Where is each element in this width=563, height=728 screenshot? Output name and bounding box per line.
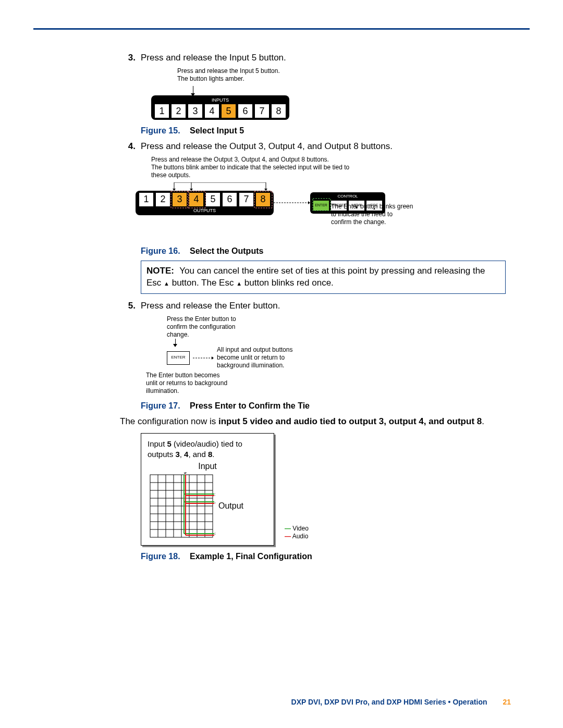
input-button-6[interactable]: 6: [238, 104, 253, 118]
svg-text:5: 5: [183, 472, 186, 475]
dashed-leader: [274, 200, 310, 205]
input-button-5[interactable]: 5: [221, 104, 236, 118]
input-button-2[interactable]: 2: [171, 104, 186, 118]
enter-button-standalone[interactable]: ENTER: [167, 351, 190, 365]
figure-17-group: Press the Enter button to confirm the co…: [167, 315, 506, 395]
inputs-panel: INPUTS 1 2 3 4 5 6 7 8: [151, 95, 289, 120]
page-top-rule: [33, 28, 530, 30]
legend: — Video — Audio: [285, 525, 309, 540]
step-4: 4. Press and release the Output 3, Outpu…: [120, 141, 506, 153]
input-axis-label: Input: [148, 461, 267, 472]
note-text-b: button. The Esc: [169, 278, 236, 288]
tie-grid: 5 3 4 8: [148, 472, 215, 540]
page-content: 3. Press and release the Input 5 button.…: [120, 52, 506, 566]
step-3-num: 3.: [120, 52, 136, 64]
config-summary: The configuration now is input 5 video a…: [120, 416, 506, 428]
step-4-num: 4.: [120, 141, 136, 153]
step-3-text: Press and release the Input 5 button.: [141, 52, 506, 64]
svg-rect-12: [313, 199, 331, 211]
fig18-title: Example 1, Final Configuration: [190, 552, 312, 561]
fig16-num: Figure 16.: [141, 246, 180, 255]
svg-rect-7: [171, 191, 189, 208]
output-button-2[interactable]: 2: [155, 192, 170, 207]
input-button-4[interactable]: 4: [204, 104, 219, 118]
figure-15-label: Figure 15. Select Input 5: [141, 125, 506, 137]
figure-16-group: Press and release the Output 3, Output 4…: [151, 156, 506, 215]
matrix-diagram-box: Input 5 (video/audio) tied to outputs 3,…: [141, 433, 274, 546]
page-footer: DXP DVI, DXP DVI Pro, and DXP HDMI Serie…: [291, 698, 511, 706]
figure-16-label: Figure 16. Select the Outputs: [141, 245, 506, 257]
blink-marker-4: [187, 190, 207, 210]
step-5-caption-top: Press the Enter button to confirm the co…: [167, 315, 240, 339]
note-box: NOTE: You can cancel the entire set of t…: [141, 261, 506, 294]
output-button-5[interactable]: 5: [205, 192, 221, 207]
figure-15-group: Press and release the Input 5 button. Th…: [177, 67, 506, 120]
step-3-caption: Press and release the Input 5 button. Th…: [177, 67, 506, 83]
figure-18-label: Figure 18. Example 1, Final Configuratio…: [141, 551, 506, 562]
step-5: 5. Press and release the Enter button.: [120, 300, 506, 312]
outputs-panel: 1 2 3 4 5 6 7 8 OUTPUTS: [136, 191, 274, 215]
summary-post: .: [482, 416, 484, 426]
fig18-num: Figure 18.: [141, 552, 180, 561]
step-5-caption-bottom: The Enter button becomes unlit or return…: [146, 372, 229, 395]
svg-text:8: 8: [215, 531, 215, 536]
fig17-num: Figure 17.: [141, 401, 180, 410]
dashed-leader-2: [193, 356, 214, 360]
fig15-title: Select Input 5: [190, 126, 244, 135]
blink-marker-8: [253, 190, 274, 210]
svg-rect-8: [188, 191, 205, 208]
step-4-caption: Press and release the Output 3, Output 4…: [151, 156, 360, 179]
fig16-title: Select the Outputs: [190, 246, 263, 255]
enter-blink-note: The Enter button blinks green to indicat…: [331, 203, 414, 226]
page-number: 21: [503, 698, 511, 706]
note-label: NOTE:: [146, 266, 174, 276]
summary-bold: input 5 video and audio tied to output 3…: [218, 416, 482, 426]
fig15-num: Figure 15.: [141, 126, 180, 135]
step-4-text: Press and release the Output 3, Output 4…: [141, 141, 506, 153]
legend-video: Video: [292, 525, 308, 532]
output-axis-label: Output: [218, 500, 243, 512]
legend-audio: Audio: [292, 533, 309, 540]
step-3: 3. Press and release the Input 5 button.: [120, 52, 506, 64]
audio-swatch-icon: —: [285, 533, 291, 540]
figure-18-group: Input 5 (video/audio) tied to outputs 3,…: [141, 433, 506, 546]
output-button-6[interactable]: 6: [222, 192, 237, 207]
up-triangle-icon: [164, 278, 169, 288]
step-5-num: 5.: [120, 300, 136, 312]
step-5-caption-right: All input and output buttons become unli…: [217, 346, 305, 369]
step-5-text: Press and release the Enter button.: [141, 300, 506, 312]
input-button-1[interactable]: 1: [154, 104, 169, 118]
diagram-caption: Input 5 (video/audio) tied to outputs 3,…: [148, 439, 267, 460]
enter-blink-marker: [312, 198, 333, 212]
inputs-label: INPUTS: [154, 97, 286, 103]
figure-17-label: Figure 17. Press Enter to Confirm the Ti…: [141, 400, 506, 412]
video-swatch-icon: —: [285, 525, 291, 532]
svg-rect-9: [254, 191, 272, 208]
input-button-8[interactable]: 8: [271, 104, 286, 118]
svg-text:3: 3: [215, 492, 215, 497]
input-button-3[interactable]: 3: [188, 104, 203, 118]
summary-pre: The configuration now is: [120, 416, 218, 426]
up-triangle-icon: [236, 278, 242, 288]
output-button-7[interactable]: 7: [239, 192, 254, 207]
svg-text:4: 4: [215, 500, 215, 505]
svg-marker-14: [212, 356, 214, 360]
footer-text: DXP DVI, DXP DVI Pro, and DXP HDMI Serie…: [291, 698, 487, 706]
fig17-title: Press Enter to Confirm the Tie: [190, 401, 310, 410]
note-text-c: button blinks red once.: [242, 278, 334, 288]
input-button-7[interactable]: 7: [254, 104, 270, 118]
output-button-1[interactable]: 1: [139, 192, 154, 207]
